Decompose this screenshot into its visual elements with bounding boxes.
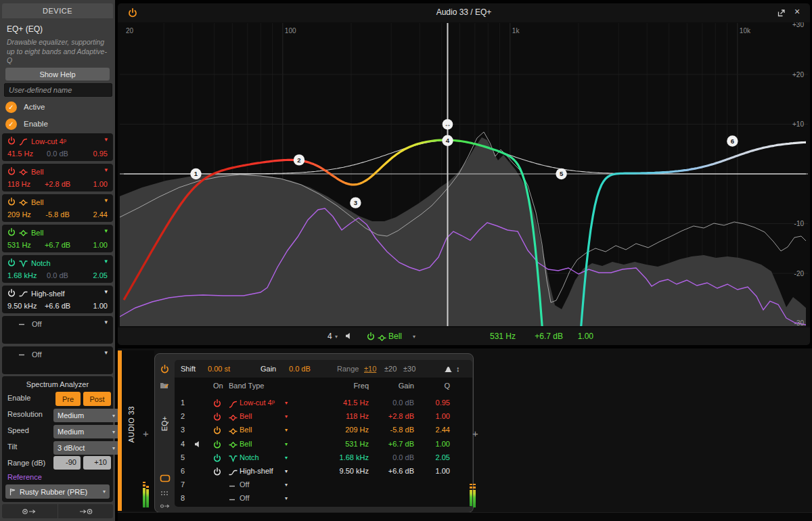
eq-table-row-6[interactable]: 6High-shelf▾9.50 kHz+6.6 dB1.00 bbox=[175, 465, 472, 478]
band-q-value[interactable]: 1.00 bbox=[93, 241, 108, 249]
adaptive-q-bell-icon[interactable] bbox=[444, 365, 453, 374]
eq-table-row-4[interactable]: 4Bell▾531 Hz+6.7 dB1.00 bbox=[175, 438, 472, 451]
band-move-handle[interactable]: ↔ bbox=[443, 119, 453, 130]
open-in-window-icon[interactable] bbox=[777, 8, 786, 20]
range-option-10[interactable]: ±10 bbox=[364, 365, 376, 373]
eq-band-handle-2[interactable]: 2 bbox=[294, 154, 304, 165]
analyzer-pre-button[interactable]: Pre bbox=[55, 392, 81, 406]
eq-band-handle-5[interactable]: 5 bbox=[556, 168, 566, 179]
band-power-icon[interactable] bbox=[7, 258, 16, 268]
preset-browser-icon[interactable] bbox=[160, 380, 169, 392]
gain-value[interactable]: 0.0 dB bbox=[289, 365, 311, 373]
eq-plus-device[interactable]: EQ+ Shift 0.00 st Gain 0.0 dB Range ±10 … bbox=[154, 353, 474, 513]
band-power-icon[interactable] bbox=[7, 228, 16, 237]
band-freq-value[interactable]: 118 Hz bbox=[310, 412, 369, 420]
shift-value[interactable]: 0.00 st bbox=[208, 365, 230, 373]
band-type-dropdown[interactable]: ▾ bbox=[104, 197, 108, 204]
band-gain-value[interactable]: -5.8 dB bbox=[372, 426, 414, 434]
eq-band-handle-1[interactable]: 1 bbox=[190, 168, 201, 179]
selected-band-freq[interactable]: 531 Hz bbox=[470, 332, 516, 341]
band-freq-value[interactable]: 9.50 kHz bbox=[7, 302, 37, 310]
range-option-30[interactable]: ±30 bbox=[403, 365, 415, 373]
range-min-field[interactable]: -90 bbox=[53, 456, 81, 470]
band-q-value[interactable]: 2.44 bbox=[418, 426, 450, 434]
band-power-icon[interactable] bbox=[367, 332, 375, 342]
band-type-dropdown[interactable]: ▾ bbox=[104, 258, 108, 265]
band-gain-value[interactable]: +6.7 dB bbox=[45, 241, 70, 249]
band-power-icon[interactable] bbox=[213, 454, 221, 463]
band-gain-value[interactable]: 0.0 dB bbox=[47, 271, 68, 279]
band-freq-value[interactable]: 531 Hz bbox=[7, 241, 31, 249]
tilt-dropdown[interactable]: 3 dB/oct ▾ bbox=[53, 441, 119, 455]
reference-dropdown[interactable]: Rusty Rubber (PRE) ▾ bbox=[5, 484, 110, 499]
band-power-icon[interactable] bbox=[213, 413, 221, 422]
active-checkbox-icon[interactable]: ✓ bbox=[5, 101, 17, 113]
band-card-5[interactable]: Notch▾1.68 kHz0.0 dB2.05 bbox=[2, 255, 113, 283]
band-type-dropdown[interactable]: ▾ bbox=[104, 349, 108, 356]
band-card-8[interactable]: Off▾ bbox=[2, 346, 113, 374]
band-freq-value[interactable]: 9.50 kHz bbox=[310, 467, 369, 475]
band-gain-value[interactable]: -5.8 dB bbox=[45, 210, 69, 219]
eq-table-row-8[interactable]: 8Off▾ bbox=[175, 492, 472, 505]
band-power-icon[interactable] bbox=[7, 289, 16, 298]
band-card-4[interactable]: Bell▾531 Hz+6.7 dB1.00 bbox=[2, 225, 113, 252]
band-card-2[interactable]: Bell▾118 Hz+2.8 dB1.00 bbox=[2, 164, 113, 191]
band-card-6[interactable]: High-shelf▾9.50 kHz+6.6 dB1.00 bbox=[2, 286, 113, 313]
band-gain-value[interactable]: +6.7 dB bbox=[372, 440, 414, 448]
eq-table-row-5[interactable]: 5Notch▾1.68 kHz0.0 dB2.05 bbox=[175, 451, 472, 465]
band-freq-value[interactable]: 531 Hz bbox=[310, 440, 369, 448]
band-type-dropdown[interactable]: ▾ bbox=[104, 227, 108, 234]
band-freq-value[interactable]: 41.5 Hz bbox=[310, 399, 369, 407]
band-power-icon[interactable] bbox=[7, 167, 16, 177]
band-type-dropdown[interactable]: ▾ bbox=[285, 400, 288, 406]
band-freq-value[interactable]: 209 Hz bbox=[7, 210, 31, 219]
band-type-dropdown[interactable]: ▾ bbox=[285, 482, 288, 488]
band-type-dropdown[interactable]: ▾ bbox=[104, 288, 108, 295]
eq-curve-display[interactable]: 201001k10k+30+20+10-10-20-30123456↔ bbox=[118, 3, 810, 345]
band-q-value[interactable]: 2.05 bbox=[93, 271, 108, 279]
band-power-icon[interactable] bbox=[213, 426, 221, 436]
band-type-dropdown[interactable]: ▾ bbox=[285, 495, 288, 501]
band-type-dropdown[interactable]: ▾ bbox=[285, 455, 288, 461]
band-type-dropdown[interactable]: ▾ bbox=[104, 166, 108, 173]
expand-vertical-icon[interactable]: ↕ bbox=[456, 365, 460, 373]
band-freq-value[interactable]: 118 Hz bbox=[7, 180, 30, 188]
add-device-button[interactable]: + bbox=[143, 428, 149, 439]
band-q-value[interactable]: 2.05 bbox=[418, 453, 450, 461]
active-toggle[interactable]: ✓ Active bbox=[5, 101, 45, 113]
analyzer-post-button[interactable]: Post bbox=[83, 392, 111, 406]
eq-table-row-1[interactable]: 1Low-cut 4ᵖ▾41.5 Hz0.0 dB0.95 bbox=[175, 397, 472, 410]
eq-table-row-7[interactable]: 7Off▾ bbox=[175, 478, 472, 492]
speed-dropdown[interactable]: Medium ▾ bbox=[53, 425, 119, 438]
close-icon[interactable]: × bbox=[794, 6, 800, 17]
band-q-value[interactable]: 0.95 bbox=[93, 150, 108, 158]
band-power-icon[interactable] bbox=[213, 440, 221, 450]
eq-band-handle-3[interactable]: 3 bbox=[350, 197, 361, 208]
band-power-icon[interactable] bbox=[213, 399, 221, 409]
mapping-icon[interactable] bbox=[160, 500, 171, 512]
selected-band-q[interactable]: 1.00 bbox=[568, 332, 593, 341]
band-q-value[interactable]: 1.00 bbox=[418, 440, 450, 448]
selected-band-gain[interactable]: +6.7 dB bbox=[524, 332, 563, 341]
band-gain-value[interactable]: +2.8 dB bbox=[372, 412, 414, 420]
band-q-value[interactable]: 2.44 bbox=[93, 210, 108, 219]
eq-band-handle-6[interactable]: 6 bbox=[727, 135, 738, 146]
eq-band-handle-4[interactable]: 4 bbox=[442, 135, 453, 146]
device-name-input[interactable] bbox=[4, 83, 112, 97]
eq-table-row-2[interactable]: 2Bell▾118 Hz+2.8 dB1.00 bbox=[175, 410, 472, 424]
band-gain-value[interactable]: 0.0 dB bbox=[372, 399, 414, 407]
enable-checkbox-icon[interactable]: ✓ bbox=[5, 118, 17, 130]
band-gain-value[interactable]: 0.0 dB bbox=[47, 150, 68, 158]
band-card-1[interactable]: Low-cut 4ᵖ▾41.5 Hz0.0 dB0.95 bbox=[2, 133, 113, 161]
chevron-down-icon[interactable]: ▾ bbox=[335, 334, 338, 340]
add-device-button[interactable]: + bbox=[472, 428, 478, 439]
band-type-dropdown[interactable]: ▾ bbox=[104, 319, 108, 325]
band-freq-value[interactable]: 1.68 kHz bbox=[310, 453, 369, 461]
eq-table-row-3[interactable]: 3Bell▾209 Hz-5.8 dB2.44 bbox=[175, 424, 472, 437]
band-gain-value[interactable]: +6.6 dB bbox=[372, 467, 414, 475]
band-q-value[interactable]: 1.00 bbox=[93, 180, 108, 188]
band-gain-value[interactable]: +6.6 dB bbox=[45, 302, 70, 310]
listen-icon[interactable] bbox=[194, 440, 202, 449]
listen-input-button[interactable] bbox=[2, 504, 58, 518]
band-type-dropdown[interactable]: ▾ bbox=[104, 136, 108, 143]
